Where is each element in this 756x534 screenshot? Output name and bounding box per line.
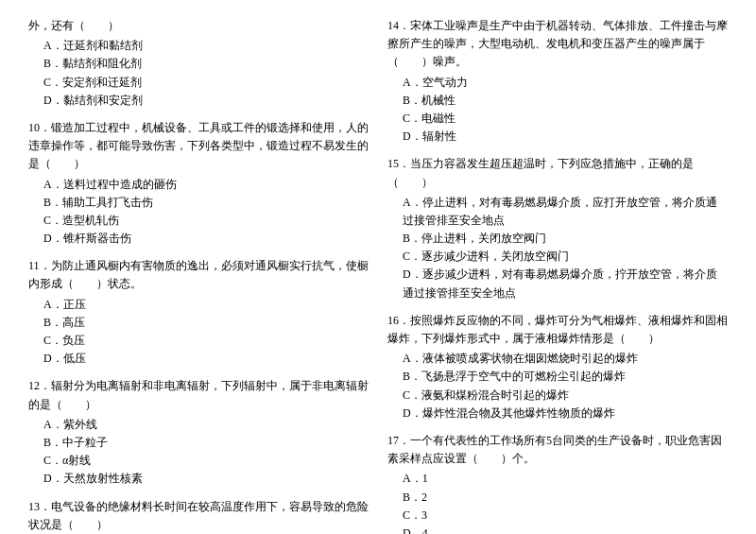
right-column: 14．宋体工业噪声是生产中由于机器转动、气体排放、工件撞击与摩擦所产生的噪声，大… [387, 17, 728, 534]
question-14: 14．宋体工业噪声是生产中由于机器转动、气体排放、工件撞击与摩擦所产生的噪声，大… [387, 17, 728, 146]
option-12-c: C．α射线 [28, 452, 369, 470]
option-10-a: A．送料过程中造成的砸伤 [28, 176, 369, 194]
option-16-d: D．爆炸性混合物及其他爆炸性物质的爆炸 [387, 405, 728, 422]
option-15-d: D．逐步减少进料，对有毒易燃易爆介质，拧开放空管，将介质通过接管排至安全地点 [387, 266, 728, 301]
option-10-c: C．造型机轧伤 [28, 212, 369, 230]
option-10-b: B．辅助工具打飞击伤 [28, 194, 369, 212]
option-pre-a: A．迁延剂和黏结剂 [28, 37, 369, 55]
question-10: 10．锻造加工过程中，机械设备、工具或工件的锻选择和使用，人的违章操作等，都可能… [28, 119, 369, 248]
question-16-text: 16．按照爆炸反应物的不同，爆炸可分为气相爆炸、液相爆炸和固相爆炸，下列爆炸形式… [387, 312, 728, 348]
option-pre-b: B．黏结剂和阻化剂 [28, 55, 369, 73]
left-column: 外，还有（ ） A．迁延剂和黏结剂 B．黏结剂和阻化剂 C．安定剂和迁延剂 D．… [28, 17, 369, 534]
option-15-a: A．停止进料，对有毒易燃易爆介质，应打开放空管，将介质通过接管排至安全地点 [387, 194, 728, 230]
option-10-d: D．锥杆斯器击伤 [28, 230, 369, 248]
option-17-b: B．2 [387, 489, 728, 507]
option-17-c: C．3 [387, 507, 728, 525]
two-column-layout: 外，还有（ ） A．迁延剂和黏结剂 B．黏结剂和阻化剂 C．安定剂和迁延剂 D．… [28, 17, 728, 534]
question-13-text: 13．电气设备的绝缘材料长时间在较高温度作用下，容易导致的危险状况是（ ） [28, 498, 369, 534]
option-15-b: B．停止进料，关闭放空阀门 [387, 230, 728, 248]
option-11-b: B．高压 [28, 314, 369, 332]
option-pre-c: C．安定剂和迁延剂 [28, 74, 369, 92]
option-17-a: A．1 [387, 470, 728, 488]
option-16-a: A．液体被喷成雾状物在烟囱燃烧时引起的爆炸 [387, 350, 728, 368]
question-17-text: 17．一个有代表性的工作场所有5台同类的生产设备时，职业危害因素采样点应设置（ … [387, 432, 728, 468]
option-12-b: B．中子粒子 [28, 434, 369, 452]
option-11-a: A．正压 [28, 296, 369, 314]
option-15-c: C．逐步减少进料，关闭放空阀门 [387, 248, 728, 266]
option-14-d: D．辐射性 [387, 128, 728, 146]
option-14-a: A．空气动力 [387, 74, 728, 92]
question-16: 16．按照爆炸反应物的不同，爆炸可分为气相爆炸、液相爆炸和固相爆炸，下列爆炸形式… [387, 312, 728, 422]
option-12-a: A．紫外线 [28, 416, 369, 434]
question-15-text: 15．当压力容器发生超压超温时，下列应急措施中，正确的是（ ） [387, 155, 728, 191]
question-pre-text: 外，还有（ ） [28, 17, 369, 35]
question-10-text: 10．锻造加工过程中，机械设备、工具或工件的锻选择和使用，人的违章操作等，都可能… [28, 119, 369, 174]
option-16-c: C．液氨和煤粉混合时引起的爆炸 [387, 387, 728, 405]
question-15: 15．当压力容器发生超压超温时，下列应急措施中，正确的是（ ） A．停止进料，对… [387, 155, 728, 302]
page-container: 外，还有（ ） A．迁延剂和黏结剂 B．黏结剂和阻化剂 C．安定剂和迁延剂 D．… [28, 17, 728, 534]
question-12-text: 12．辐射分为电离辐射和非电离辐射，下列辐射中，属于非电离辐射的是（ ） [28, 377, 369, 413]
option-11-d: D．低压 [28, 350, 369, 368]
option-pre-d: D．黏结剂和安定剂 [28, 92, 369, 110]
question-pre: 外，还有（ ） A．迁延剂和黏结剂 B．黏结剂和阻化剂 C．安定剂和迁延剂 D．… [28, 17, 369, 110]
option-14-b: B．机械性 [387, 92, 728, 110]
option-16-b: B．飞扬悬浮于空气中的可燃粉尘引起的爆炸 [387, 368, 728, 386]
option-17-d: D．4 [387, 525, 728, 534]
question-13: 13．电气设备的绝缘材料长时间在较高温度作用下，容易导致的危险状况是（ ） A．… [28, 498, 369, 535]
question-11: 11．为防止通风橱内有害物质的逸出，必须对通风橱实行抗气，使橱内形成（ ）状态。… [28, 257, 369, 368]
question-14-text: 14．宋体工业噪声是生产中由于机器转动、气体排放、工件撞击与摩擦所产生的噪声，大… [387, 17, 728, 72]
option-12-d: D．天然放射性核素 [28, 470, 369, 488]
question-11-text: 11．为防止通风橱内有害物质的逸出，必须对通风橱实行抗气，使橱内形成（ ）状态。 [28, 257, 369, 293]
question-12: 12．辐射分为电离辐射和非电离辐射，下列辐射中，属于非电离辐射的是（ ） A．紫… [28, 377, 369, 488]
option-14-c: C．电磁性 [387, 110, 728, 128]
question-17: 17．一个有代表性的工作场所有5台同类的生产设备时，职业危害因素采样点应设置（ … [387, 432, 728, 534]
option-11-c: C．负压 [28, 332, 369, 350]
